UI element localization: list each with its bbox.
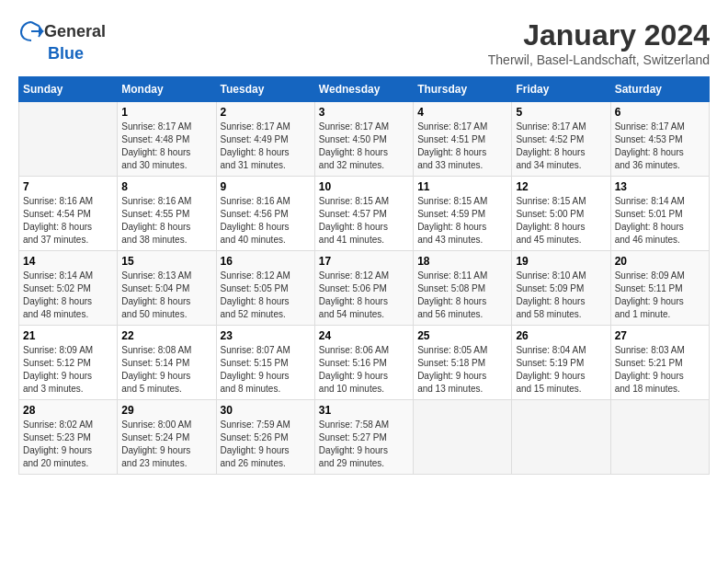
day-info: Sunrise: 8:12 AM Sunset: 5:05 PM Dayligh… [221, 270, 311, 321]
page-title: January 2024 [488, 18, 710, 52]
day-number: 8 [121, 180, 211, 193]
day-number: 13 [615, 180, 705, 193]
calendar-week-3: 14Sunrise: 8:14 AM Sunset: 5:02 PM Dayli… [19, 251, 710, 326]
day-info: Sunrise: 8:09 AM Sunset: 5:11 PM Dayligh… [615, 270, 705, 321]
weekday-header-tuesday: Tuesday [216, 77, 314, 102]
day-number: 27 [615, 329, 705, 342]
day-info: Sunrise: 8:00 AM Sunset: 5:24 PM Dayligh… [121, 419, 211, 470]
day-number: 22 [121, 329, 211, 342]
day-info: Sunrise: 8:16 AM Sunset: 4:55 PM Dayligh… [121, 195, 211, 247]
calendar-week-1: 1Sunrise: 8:17 AM Sunset: 4:48 PM Daylig… [19, 102, 710, 177]
calendar-week-2: 7Sunrise: 8:16 AM Sunset: 4:54 PM Daylig… [19, 177, 710, 251]
day-number: 5 [516, 106, 606, 119]
day-info: Sunrise: 8:15 AM Sunset: 5:00 PM Dayligh… [516, 195, 606, 247]
day-info: Sunrise: 8:17 AM Sunset: 4:51 PM Dayligh… [417, 121, 507, 172]
calendar-cell: 23Sunrise: 8:07 AM Sunset: 5:15 PM Dayli… [216, 326, 314, 400]
day-info: Sunrise: 8:17 AM Sunset: 4:50 PM Dayligh… [319, 121, 409, 172]
day-info: Sunrise: 8:07 AM Sunset: 5:15 PM Dayligh… [221, 344, 311, 396]
calendar-cell: 18Sunrise: 8:11 AM Sunset: 5:08 PM Dayli… [414, 251, 512, 326]
day-number: 25 [417, 329, 507, 342]
day-info: Sunrise: 8:08 AM Sunset: 5:14 PM Dayligh… [121, 344, 211, 396]
day-info: Sunrise: 8:15 AM Sunset: 4:57 PM Dayligh… [319, 195, 409, 247]
calendar-week-4: 21Sunrise: 8:09 AM Sunset: 5:12 PM Dayli… [19, 326, 710, 400]
calendar-cell: 13Sunrise: 8:14 AM Sunset: 5:01 PM Dayli… [610, 177, 709, 251]
calendar-cell: 31Sunrise: 7:58 AM Sunset: 5:27 PM Dayli… [314, 400, 413, 475]
logo: General Blue [18, 18, 106, 63]
calendar-cell: 27Sunrise: 8:03 AM Sunset: 5:21 PM Dayli… [610, 326, 709, 400]
day-info: Sunrise: 8:17 AM Sunset: 4:53 PM Dayligh… [615, 121, 705, 172]
calendar-cell: 14Sunrise: 8:14 AM Sunset: 5:02 PM Dayli… [19, 251, 118, 326]
calendar-cell: 15Sunrise: 8:13 AM Sunset: 5:04 PM Dayli… [118, 251, 216, 326]
day-info: Sunrise: 8:02 AM Sunset: 5:23 PM Dayligh… [23, 419, 113, 470]
day-number: 3 [319, 106, 409, 119]
calendar-cell [512, 400, 610, 475]
calendar-cell [19, 102, 118, 177]
calendar-cell: 6Sunrise: 8:17 AM Sunset: 4:53 PM Daylig… [610, 102, 709, 177]
calendar-table: SundayMondayTuesdayWednesdayThursdayFrid… [18, 76, 710, 475]
day-info: Sunrise: 8:06 AM Sunset: 5:16 PM Dayligh… [319, 344, 409, 396]
day-number: 2 [221, 106, 311, 119]
day-info: Sunrise: 8:13 AM Sunset: 5:04 PM Dayligh… [121, 270, 211, 321]
logo-blue: Blue [48, 44, 84, 63]
day-info: Sunrise: 8:16 AM Sunset: 4:56 PM Dayligh… [221, 195, 311, 247]
day-info: Sunrise: 8:17 AM Sunset: 4:49 PM Dayligh… [221, 121, 311, 172]
calendar-cell [414, 400, 512, 475]
calendar-cell: 2Sunrise: 8:17 AM Sunset: 4:49 PM Daylig… [216, 102, 314, 177]
weekday-header-row: SundayMondayTuesdayWednesdayThursdayFrid… [19, 77, 710, 102]
calendar-cell: 20Sunrise: 8:09 AM Sunset: 5:11 PM Dayli… [610, 251, 709, 326]
day-info: Sunrise: 8:15 AM Sunset: 4:59 PM Dayligh… [417, 195, 507, 247]
calendar-cell: 1Sunrise: 8:17 AM Sunset: 4:48 PM Daylig… [118, 102, 216, 177]
calendar-cell: 17Sunrise: 8:12 AM Sunset: 5:06 PM Dayli… [314, 251, 413, 326]
day-number: 4 [417, 106, 507, 119]
calendar-cell: 5Sunrise: 8:17 AM Sunset: 4:52 PM Daylig… [512, 102, 610, 177]
calendar-cell: 25Sunrise: 8:05 AM Sunset: 5:18 PM Dayli… [414, 326, 512, 400]
day-info: Sunrise: 8:14 AM Sunset: 5:02 PM Dayligh… [23, 270, 113, 321]
day-info: Sunrise: 7:58 AM Sunset: 5:27 PM Dayligh… [319, 419, 409, 470]
calendar-cell: 12Sunrise: 8:15 AM Sunset: 5:00 PM Dayli… [512, 177, 610, 251]
calendar-cell: 30Sunrise: 7:59 AM Sunset: 5:26 PM Dayli… [216, 400, 314, 475]
calendar-cell: 16Sunrise: 8:12 AM Sunset: 5:05 PM Dayli… [216, 251, 314, 326]
day-number: 28 [23, 404, 113, 417]
day-number: 6 [615, 106, 705, 119]
day-number: 17 [319, 255, 409, 268]
day-number: 1 [121, 106, 211, 119]
day-number: 7 [23, 180, 113, 193]
calendar-cell: 22Sunrise: 8:08 AM Sunset: 5:14 PM Dayli… [118, 326, 216, 400]
header: General Blue January 2024 Therwil, Basel… [18, 18, 710, 67]
day-number: 21 [23, 329, 113, 342]
day-info: Sunrise: 8:03 AM Sunset: 5:21 PM Dayligh… [615, 344, 705, 396]
day-number: 31 [319, 404, 409, 417]
day-number: 9 [221, 180, 311, 193]
calendar-cell: 10Sunrise: 8:15 AM Sunset: 4:57 PM Dayli… [314, 177, 413, 251]
day-number: 14 [23, 255, 113, 268]
weekday-header-thursday: Thursday [414, 77, 512, 102]
calendar-cell: 3Sunrise: 8:17 AM Sunset: 4:50 PM Daylig… [314, 102, 413, 177]
day-number: 20 [615, 255, 705, 268]
calendar-cell: 19Sunrise: 8:10 AM Sunset: 5:09 PM Dayli… [512, 251, 610, 326]
day-number: 16 [221, 255, 311, 268]
day-info: Sunrise: 8:14 AM Sunset: 5:01 PM Dayligh… [615, 195, 705, 247]
day-number: 23 [221, 329, 311, 342]
day-number: 24 [319, 329, 409, 342]
weekday-header-sunday: Sunday [19, 77, 118, 102]
calendar-cell: 11Sunrise: 8:15 AM Sunset: 4:59 PM Dayli… [414, 177, 512, 251]
day-info: Sunrise: 8:12 AM Sunset: 5:06 PM Dayligh… [319, 270, 409, 321]
day-number: 26 [516, 329, 606, 342]
weekday-header-monday: Monday [118, 77, 216, 102]
calendar-cell: 7Sunrise: 8:16 AM Sunset: 4:54 PM Daylig… [19, 177, 118, 251]
calendar-cell: 29Sunrise: 8:00 AM Sunset: 5:24 PM Dayli… [118, 400, 216, 475]
weekday-header-wednesday: Wednesday [314, 77, 413, 102]
logo-icon [18, 18, 44, 44]
logo-general: General [44, 22, 106, 41]
calendar-cell: 26Sunrise: 8:04 AM Sunset: 5:19 PM Dayli… [512, 326, 610, 400]
weekday-header-friday: Friday [512, 77, 610, 102]
day-info: Sunrise: 8:09 AM Sunset: 5:12 PM Dayligh… [23, 344, 113, 396]
day-number: 30 [221, 404, 311, 417]
day-number: 19 [516, 255, 606, 268]
weekday-header-saturday: Saturday [610, 77, 709, 102]
day-number: 15 [121, 255, 211, 268]
title-section: January 2024 Therwil, Basel-Landschaft, … [488, 18, 710, 67]
calendar-cell [610, 400, 709, 475]
day-number: 18 [417, 255, 507, 268]
calendar-cell: 8Sunrise: 8:16 AM Sunset: 4:55 PM Daylig… [118, 177, 216, 251]
